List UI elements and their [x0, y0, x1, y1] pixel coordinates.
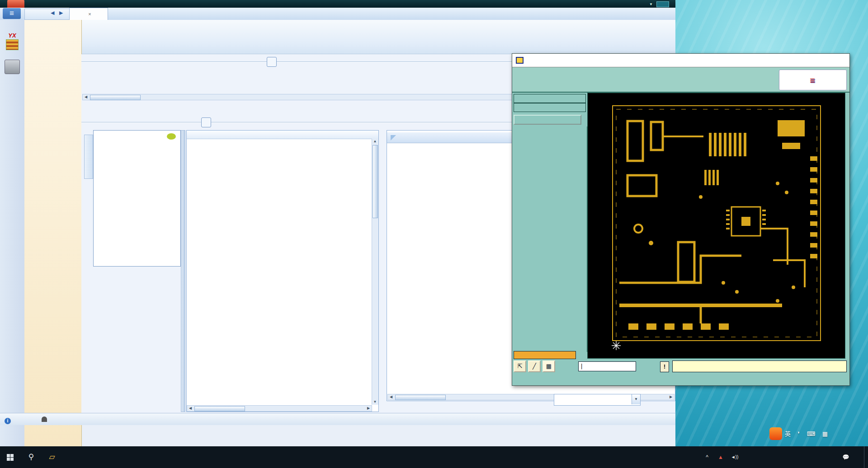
info-icon: i: [5, 418, 11, 424]
info-center[interactable]: i: [5, 415, 13, 424]
eds-tab-bar: ≡ ◀ ▶ ×: [0, 8, 675, 20]
tree-vscrollbar[interactable]: ▲▼: [372, 139, 378, 405]
process-flow-tree: ▲▼ ◀▶: [186, 130, 379, 412]
sogou-tool-icons[interactable]: 英 ❜ ⌨ ▦: [785, 429, 830, 438]
left-nav-panel: [24, 20, 82, 446]
device-icon[interactable]: [5, 60, 20, 74]
step-field: [514, 103, 586, 112]
tree-header: [187, 131, 378, 139]
pointer-tool-button[interactable]: ⇱: [514, 360, 526, 372]
xy-coordinate-input[interactable]: |: [578, 361, 636, 371]
flow-section-label[interactable]: [201, 117, 211, 127]
notification-center-icon[interactable]: 💬: [839, 446, 853, 468]
frontline-arrow-icon: ≡: [810, 75, 815, 86]
grid-tool-button[interactable]: ▦: [542, 360, 555, 372]
nav-back-icon[interactable]: ◀: [51, 10, 54, 16]
pcb-canvas[interactable]: [587, 93, 845, 359]
speech-bubble-icon: [167, 133, 176, 140]
tab-new-flow-instruction[interactable]: ×: [69, 8, 108, 20]
taskbar: ⚲ ▱ ^ ▲ ◄)) 💬: [0, 446, 868, 468]
input-language-indicator[interactable]: [743, 446, 756, 468]
graphic-editor-app-icon: [516, 57, 524, 64]
chevron-down-icon[interactable]: ▼: [632, 394, 640, 404]
sogou-icon[interactable]: [769, 427, 782, 440]
tree-hscrollbar[interactable]: ◀▶: [187, 405, 372, 412]
file-explorer-icon[interactable]: ▱: [42, 446, 62, 468]
flow-hint-panel: [93, 130, 181, 267]
graphic-editor-menubar: ≡: [512, 67, 849, 93]
eds-status-bar: i: [0, 413, 675, 425]
pcb-artwork: [588, 93, 845, 358]
hamburger-menu-icon[interactable]: ≡: [3, 8, 21, 19]
sogou-input-bar[interactable]: 英 ❜ ⌨ ▦: [769, 427, 837, 441]
chevron-down-icon: ▼: [649, 2, 653, 6]
show-desktop-button[interactable]: [864, 446, 868, 468]
style-selector[interactable]: ▼: [649, 0, 669, 8]
graphic-editor-titlebar[interactable]: [512, 54, 849, 67]
search-icon[interactable]: ⚲: [21, 446, 42, 468]
selected-count-bar: [514, 351, 576, 359]
yx-logo: YX: [4, 33, 21, 51]
graphic-editor-window: ≡ ⇱ ╱ ▦ | !: [512, 53, 850, 386]
job-field: [514, 94, 586, 103]
component-library-header[interactable]: [24, 9, 72, 20]
main-info-label[interactable]: [267, 57, 277, 67]
user-icon: [42, 417, 47, 422]
measure-tool-button[interactable]: ╱: [528, 360, 541, 372]
frontline-logo: ≡: [779, 70, 847, 90]
left-icon-strip: YX: [0, 20, 25, 446]
current-user[interactable]: [42, 415, 49, 423]
style-swatch[interactable]: [656, 1, 669, 7]
start-button[interactable]: [0, 446, 21, 468]
exclamation-button[interactable]: !: [660, 361, 669, 372]
job-matrix-button[interactable]: [514, 115, 581, 125]
ge-status-message: [672, 360, 847, 372]
vertical-splitter[interactable]: [181, 130, 185, 412]
nav-forward-icon[interactable]: ▶: [59, 10, 63, 16]
top-strip: ▼: [0, 0, 675, 8]
eds-toolbar: [68, 20, 675, 54]
system-menu-tab[interactable]: [7, 0, 24, 8]
filter-combobox[interactable]: ▼: [554, 394, 641, 406]
graphic-editor-body: ⇱ ╱ ▦ | !: [512, 93, 849, 385]
volume-icon[interactable]: ◄)): [728, 446, 741, 468]
close-icon[interactable]: ×: [88, 11, 91, 17]
tray-alert-icon[interactable]: ▲: [715, 446, 726, 468]
side-collapsed-tab[interactable]: [84, 135, 93, 179]
layer-list: [514, 126, 586, 351]
tray-expand-icon[interactable]: ^: [702, 446, 712, 468]
